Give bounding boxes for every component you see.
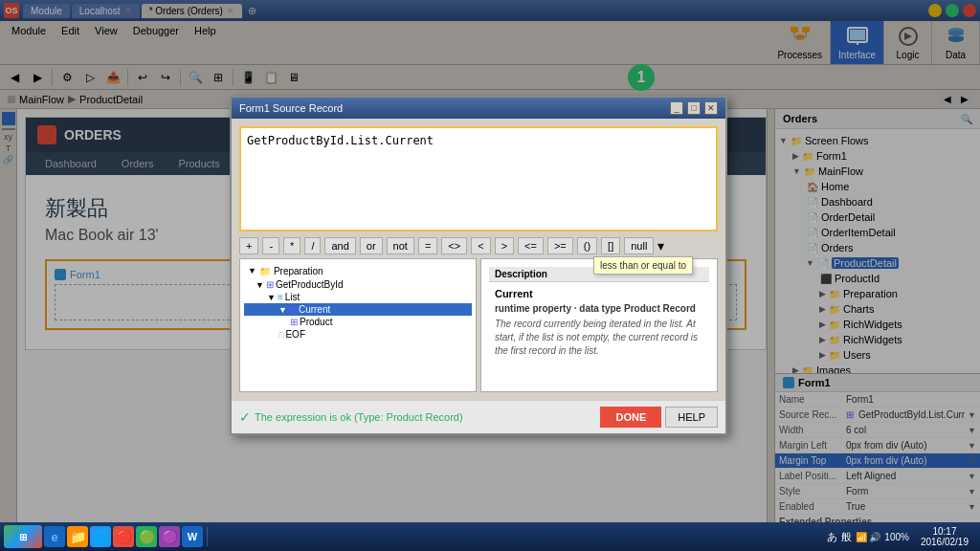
modal-tree-panel: ▼ 📁 Preparation ▼ ⊞ GetProductById ▼ ≡ [239, 258, 477, 392]
op-gt[interactable]: > [495, 237, 514, 254]
op-null[interactable]: null [624, 237, 654, 254]
start-button[interactable]: ⊞ [4, 525, 42, 548]
op-div[interactable]: / [304, 237, 321, 254]
tree-eof[interactable]: □ EOF [244, 328, 472, 341]
modal-minimize-btn[interactable]: _ [670, 101, 683, 115]
sys-icons: 📶 🔊 [856, 532, 880, 542]
taskbar-sep [207, 527, 208, 546]
label: Product [300, 317, 332, 327]
network-icon: 📶 [856, 532, 867, 542]
desc-text: The record currently being iterated in t… [495, 318, 703, 358]
label: EOF [285, 329, 305, 340]
status-check-icon: ✓ [239, 409, 251, 425]
tree-list[interactable]: ▼ ≡ List [244, 291, 472, 303]
label: GetProductById [276, 279, 344, 290]
op-not[interactable]: not [387, 237, 414, 254]
record-icon: ⊞ [289, 304, 297, 315]
modal-action-buttons: DONE HELP [600, 407, 718, 428]
label: List [285, 292, 301, 302]
modal-close-btn[interactable]: ✕ [704, 101, 718, 115]
op-lt[interactable]: < [471, 237, 490, 254]
op-neq[interactable]: <> [441, 237, 467, 254]
arrow-icon: ▼ [248, 266, 256, 276]
done-button[interactable]: DONE [600, 407, 661, 428]
help-button[interactable]: HELP [665, 407, 718, 428]
modal-title: Form1 Source Record [239, 102, 343, 114]
source-record-modal: Form1 Source Record _ □ ✕ + - * / and or… [230, 96, 727, 435]
eof-icon: □ [278, 330, 283, 340]
tooltip-lte: less than or equal to [593, 256, 693, 275]
label: Current [299, 304, 330, 315]
modal-description-panel: Description Current runtime property · d… [480, 258, 718, 392]
op-minus[interactable]: - [262, 237, 279, 254]
app2-icon[interactable]: 🟢 [136, 526, 157, 547]
lang-icon: あ [827, 530, 837, 544]
op-plus[interactable]: + [239, 237, 258, 254]
modal-status: ✓ The expression is ok (Type: Product Re… [239, 409, 463, 425]
arrow-icon: ▼ [256, 280, 264, 290]
ie-icon[interactable]: e [44, 526, 65, 547]
op-parens[interactable]: () [577, 237, 597, 254]
op-eq[interactable]: = [418, 237, 437, 254]
op-mult[interactable]: * [283, 237, 301, 254]
tree-product[interactable]: ⊞ Product [244, 316, 472, 328]
grid-icon: ⊞ [290, 317, 298, 327]
tree-preparation[interactable]: ▼ 📁 Preparation [244, 263, 472, 278]
expression-input[interactable] [239, 126, 718, 231]
arrow-icon: ▼ [267, 293, 276, 302]
op-and[interactable]: and [324, 237, 355, 254]
expr-toolbar: + - * / and or not = <> < > <= >= () [] … [239, 233, 718, 258]
taskbar: ⊞ e 📁 🌐 🔴 🟢 🟣 W あ 般 📶 🔊 100% 10:17 2016/… [0, 522, 980, 551]
op-brackets[interactable]: [] [601, 237, 620, 254]
folder-icon: 📁 [258, 264, 272, 277]
desc-title: Current [495, 288, 703, 299]
desc-subtitle: runtime property · data type Product Rec… [495, 303, 703, 314]
label: Preparation [274, 266, 323, 276]
desc-body: Current runtime property · data type Pro… [489, 282, 709, 364]
list-icon: ≡ [278, 292, 283, 302]
zoom-level: 100% [884, 532, 909, 542]
dropdown-arrow-op[interactable]: ▾ [657, 238, 664, 253]
app1-icon[interactable]: 🔴 [113, 526, 134, 547]
folder-icon[interactable]: 📁 [67, 526, 88, 547]
tree-current[interactable]: ▼ ⊞ Current [244, 303, 472, 316]
grid-icon: ⊞ [266, 279, 274, 290]
op-or[interactable]: or [360, 237, 383, 254]
clock: 10:17 2016/02/19 [913, 526, 976, 547]
arrow-icon: ▼ [278, 305, 287, 315]
browser-icon[interactable]: 🌐 [90, 526, 111, 547]
op-gte[interactable]: >= [547, 237, 573, 254]
modal-title-bar: Form1 Source Record _ □ ✕ [232, 98, 725, 119]
word-icon[interactable]: W [182, 526, 203, 547]
modal-maximize-btn[interactable]: □ [687, 101, 701, 115]
modal-bottom-section: ▼ 📁 Preparation ▼ ⊞ GetProductById ▼ ≡ [239, 258, 718, 392]
lang2-icon: 般 [841, 530, 852, 544]
tree-getproductbyid[interactable]: ▼ ⊞ GetProductById [244, 278, 472, 291]
app3-icon[interactable]: 🟣 [159, 526, 180, 547]
modal-title-controls: _ □ ✕ [670, 101, 718, 115]
modal-tree: ▼ 📁 Preparation ▼ ⊞ GetProductById ▼ ≡ [240, 259, 476, 344]
taskbar-right: あ 般 📶 🔊 100% 10:17 2016/02/19 [827, 526, 976, 547]
modal-footer: ✓ The expression is ok (Type: Product Re… [232, 400, 725, 433]
volume-icon: 🔊 [869, 532, 880, 542]
op-lte[interactable]: <= [518, 237, 544, 254]
status-message: The expression is ok (Type: Product Reco… [255, 411, 463, 423]
